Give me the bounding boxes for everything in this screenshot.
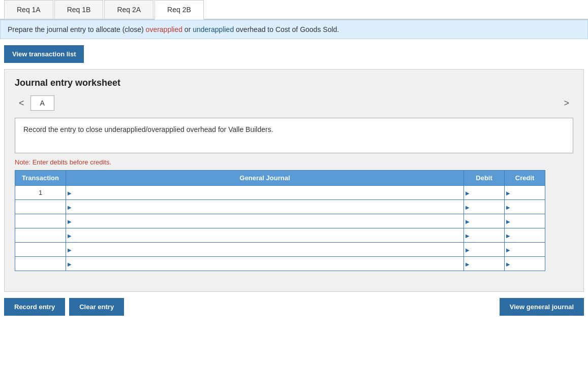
- table-row: [15, 243, 545, 257]
- general-journal-input-5[interactable]: [66, 243, 463, 256]
- description-text: Record the entry to close underapplied/o…: [23, 125, 273, 134]
- general-journal-input-4[interactable]: [66, 228, 463, 242]
- credit-input-1[interactable]: [505, 186, 545, 199]
- credit-cell-2[interactable]: [505, 200, 545, 214]
- debit-input-4[interactable]: [464, 228, 504, 242]
- transaction-cell-6: [15, 257, 66, 271]
- general-journal-input-1[interactable]: [66, 186, 463, 199]
- next-entry-button[interactable]: >: [560, 96, 573, 111]
- debit-cell-3[interactable]: [464, 214, 505, 228]
- record-entry-button[interactable]: Record entry: [4, 298, 65, 316]
- prev-entry-button[interactable]: <: [15, 96, 28, 111]
- table-row: [15, 200, 545, 214]
- general-journal-cell-2[interactable]: [66, 200, 464, 214]
- general-journal-input-6[interactable]: [66, 257, 463, 271]
- transaction-cell-1: 1: [15, 186, 66, 200]
- general-journal-input-2[interactable]: [66, 200, 463, 214]
- credit-cell-4[interactable]: [505, 228, 545, 243]
- table-row: [15, 214, 545, 228]
- clear-entry-button[interactable]: Clear entry: [69, 298, 124, 316]
- general-journal-cell-1[interactable]: [66, 186, 464, 200]
- debit-cell-5[interactable]: [464, 243, 505, 257]
- info-text-middle: or: [182, 25, 193, 34]
- debit-input-3[interactable]: [464, 214, 504, 228]
- transaction-cell-5: [15, 243, 66, 257]
- credit-cell-5[interactable]: [505, 243, 545, 257]
- debit-input-6[interactable]: [464, 257, 504, 271]
- table-row: [15, 257, 545, 271]
- tab-req1b[interactable]: Req 1B: [54, 0, 104, 19]
- info-highlight-overapplied: overapplied: [146, 25, 182, 34]
- transaction-cell-4: [15, 228, 66, 243]
- description-box: Record the entry to close underapplied/o…: [15, 118, 573, 153]
- col-header-debit: Debit: [464, 171, 505, 186]
- journal-table: Transaction General Journal Debit Credit…: [15, 170, 545, 271]
- worksheet-container: Journal entry worksheet < A > Record the…: [4, 69, 584, 292]
- view-transaction-list-button[interactable]: View transaction list: [4, 45, 84, 63]
- credit-input-3[interactable]: [505, 214, 545, 228]
- general-journal-cell-3[interactable]: [66, 214, 464, 228]
- credit-input-2[interactable]: [505, 200, 545, 214]
- tab-req2b[interactable]: Req 2B: [154, 0, 204, 20]
- debit-cell-6[interactable]: [464, 257, 505, 271]
- view-general-journal-button[interactable]: View general journal: [500, 298, 584, 316]
- debit-input-2[interactable]: [464, 200, 504, 214]
- worksheet-title: Journal entry worksheet: [15, 78, 573, 88]
- tabs-bar: Req 1A Req 1B Req 2A Req 2B: [0, 0, 588, 20]
- credit-input-5[interactable]: [505, 243, 545, 256]
- bottom-buttons: Record entry Clear entry View general jo…: [4, 298, 584, 321]
- debit-cell-4[interactable]: [464, 228, 505, 243]
- info-text-before: Prepare the journal entry to allocate (c…: [8, 25, 146, 34]
- credit-cell-1[interactable]: [505, 186, 545, 200]
- info-bar: Prepare the journal entry to allocate (c…: [0, 20, 588, 39]
- table-row: [15, 228, 545, 243]
- current-entry-tab[interactable]: A: [30, 95, 54, 111]
- debit-input-1[interactable]: [464, 186, 504, 199]
- credit-input-4[interactable]: [505, 228, 545, 242]
- transaction-cell-2: [15, 200, 66, 214]
- general-journal-input-3[interactable]: [66, 214, 463, 228]
- credit-cell-6[interactable]: [505, 257, 545, 271]
- table-row: 1: [15, 186, 545, 200]
- tab-req1a[interactable]: Req 1A: [4, 0, 53, 19]
- info-text-after: overhead to Cost of Goods Sold.: [234, 25, 339, 34]
- tab-req2a[interactable]: Req 2A: [104, 0, 153, 19]
- debit-cell-2[interactable]: [464, 200, 505, 214]
- col-header-transaction: Transaction: [15, 171, 66, 186]
- note-text: Note: Enter debits before credits.: [15, 158, 573, 166]
- general-journal-cell-5[interactable]: [66, 243, 464, 257]
- transaction-cell-3: [15, 214, 66, 228]
- credit-cell-3[interactable]: [505, 214, 545, 228]
- col-header-credit: Credit: [505, 171, 545, 186]
- debit-input-5[interactable]: [464, 243, 504, 256]
- general-journal-cell-4[interactable]: [66, 228, 464, 243]
- entry-nav: < A >: [15, 95, 573, 111]
- col-header-general-journal: General Journal: [66, 171, 464, 186]
- debit-cell-1[interactable]: [464, 186, 505, 200]
- info-highlight-underapplied: underapplied: [193, 25, 234, 34]
- general-journal-cell-6[interactable]: [66, 257, 464, 271]
- credit-input-6[interactable]: [505, 257, 545, 271]
